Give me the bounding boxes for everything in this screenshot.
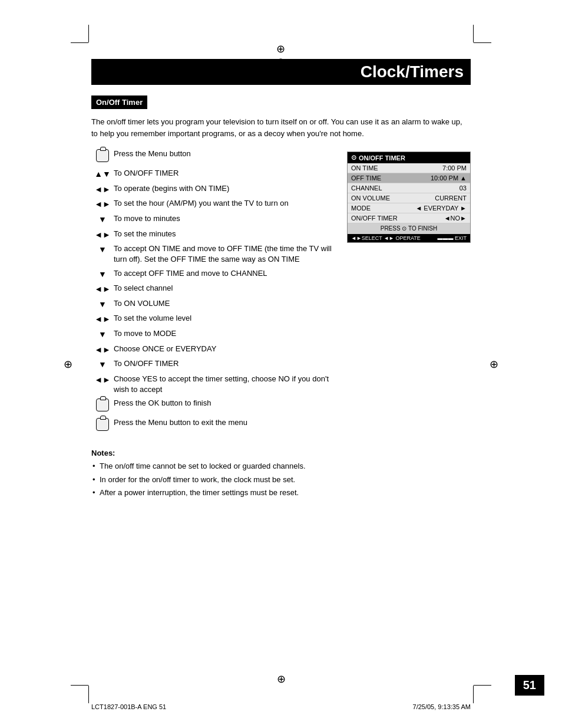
arrow-d-icon-6: ▼ (91, 243, 114, 256)
crop-mark-tl-v (88, 25, 89, 42)
tv-ui-bottom: ◄►SELECT ◄► OPERATE ▬▬▬ EXIT (348, 234, 470, 242)
tv-ui-screenshot: ⊙ ON/OFF TIMER ON TIME 7:00 PM OFF TIME … (347, 151, 471, 243)
instr-text-5: To set the minutes (114, 229, 335, 239)
arrow-lr-icon-12: ◄► (91, 344, 114, 356)
crop-mark-tr-v (473, 25, 474, 42)
instruction-row-7: ▼ To accept OFF TIME and move to CHANNEL (91, 268, 335, 281)
tv-ui-title: ⊙ ON/OFF TIMER (348, 152, 470, 163)
arrow-d-icon-11: ▼ (91, 328, 114, 341)
remote-icon-15 (91, 398, 114, 414)
arrow-lr-icon-5: ◄► (91, 229, 114, 241)
instruction-row-13: ▼ To ON/OFF TIMER (91, 358, 335, 371)
arrow-lr-icon-14: ◄► (91, 374, 114, 386)
arrow-d-icon-13: ▼ (91, 358, 114, 371)
tv-ui-row-1: OFF TIME 10:00 PM ▲ (348, 173, 470, 183)
notes-item-0: The on/off time cannot be set to locked … (91, 461, 471, 472)
remote-icon-16 (91, 417, 114, 434)
footer-left: LCT1827-001B-A ENG 51 (91, 703, 166, 710)
bottom-crosshair: ⊕ (277, 673, 286, 686)
notes-item-2: After a power interruption, the timer se… (91, 487, 471, 498)
tv-ui-press: PRESS ⊙ TO FINISH (348, 223, 470, 234)
instr-text-6: To accept ON TIME and move to OFF TIME (… (114, 243, 335, 265)
crop-mark-tl-h (71, 42, 88, 43)
instr-text-16: Press the Menu button to exit the menu (114, 417, 335, 428)
page-title: Clock/Timers (91, 59, 471, 85)
notes-section: Notes: The on/off time cannot be set to … (91, 449, 471, 498)
arrow-lr-icon-2: ◄► (91, 183, 114, 196)
instr-text-0: Press the Menu button (114, 149, 335, 159)
instruction-row-8: ◄► To select channel (91, 283, 335, 295)
instruction-row-11: ▼ To move to MODE (91, 328, 335, 341)
notes-title: Notes: (91, 449, 471, 457)
crop-mark-br-h (474, 685, 491, 686)
instruction-row-14: ◄► Choose YES to accept the timer settin… (91, 374, 335, 395)
instr-text-13: To ON/OFF TIMER (114, 358, 335, 369)
instruction-row-10: ◄► To set the volume level (91, 313, 335, 325)
section-heading: On/Off Timer (91, 95, 147, 109)
instruction-row-5: ◄► To set the minutes (91, 229, 335, 241)
intro-paragraph: The on/off timer lets you program your t… (91, 116, 471, 139)
arrow-lr-icon-10: ◄► (91, 313, 114, 325)
instr-text-15: Press the OK button to finish (114, 398, 335, 409)
arrow-lr-icon-8: ◄► (91, 283, 114, 295)
instruction-row-9: ▼ To ON VOLUME (91, 298, 335, 311)
instr-text-8: To select channel (114, 283, 335, 294)
page-number: 51 (515, 675, 544, 696)
tv-ui-row-2: CHANNEL 03 (348, 183, 470, 193)
instr-text-11: To move to MODE (114, 328, 335, 339)
top-crosshair: ⊕ (276, 42, 286, 52)
instr-text-14: Choose YES to accept the timer setting, … (114, 374, 335, 395)
instruction-row-6: ▼ To accept ON TIME and move to OFF TIME… (91, 243, 335, 265)
arrow-lr-icon-3: ◄► (91, 198, 114, 210)
page-content: Clock/Timers On/Off Timer The on/off tim… (91, 59, 471, 669)
notes-item-1: In order for the on/off timer to work, t… (91, 475, 471, 485)
instruction-row-0: Press the Menu button (91, 149, 335, 165)
arrow-d-icon-9: ▼ (91, 298, 114, 311)
arrow-d-icon-7: ▼ (91, 268, 114, 281)
tv-ui-title-icon: ⊙ (351, 154, 356, 162)
crop-mark-bl-h (71, 685, 88, 686)
instructions-list: Press the Menu button ▲▼ To ON/OFF TIMER… (91, 149, 335, 437)
left-crosshair: ⊕ (64, 358, 72, 371)
instruction-row-15: Press the OK button to finish (91, 398, 335, 414)
instruction-row-2: ◄► To operate (begins with ON TIME) (91, 183, 335, 196)
instr-text-1: To ON/OFF TIMER (114, 168, 335, 179)
tv-ui-bottom-left: ◄►SELECT ◄► OPERATE (351, 235, 421, 241)
tv-ui-title-text: ON/OFF TIMER (359, 154, 405, 162)
instruction-row-12: ◄► Choose ONCE or EVERYDAY (91, 344, 335, 356)
right-crosshair: ⊕ (490, 358, 498, 371)
tv-ui-row-5: ON/OFF TIMER ◄NO► (348, 213, 470, 223)
instr-text-3: To set the hour (AM/PM) you want the TV … (114, 198, 335, 209)
instr-text-4: To move to minutes (114, 213, 335, 224)
instr-text-10: To set the volume level (114, 313, 335, 324)
tv-ui-row-0: ON TIME 7:00 PM (348, 163, 470, 173)
crop-mark-bl-v (88, 686, 89, 703)
tv-ui-row-4: MODE ◄ EVERYDAY ► (348, 203, 470, 213)
instruction-row-1: ▲▼ To ON/OFF TIMER (91, 168, 335, 180)
instr-text-12: Choose ONCE or EVERYDAY (114, 344, 335, 354)
instr-text-2: To operate (begins with ON TIME) (114, 183, 335, 194)
arrow-d-icon-4: ▼ (91, 213, 114, 226)
arrow-ud-icon-1: ▲▼ (91, 168, 114, 180)
instruction-row-16: Press the Menu button to exit the menu (91, 417, 335, 434)
instr-text-9: To ON VOLUME (114, 298, 335, 309)
footer: LCT1827-001B-A ENG 51 7/25/05, 9:13:35 A… (91, 703, 471, 710)
instruction-row-3: ◄► To set the hour (AM/PM) you want the … (91, 198, 335, 210)
crop-mark-tr-h (474, 42, 491, 43)
notes-list: The on/off time cannot be set to locked … (91, 461, 471, 498)
tv-ui-row-3: ON VOLUME CURRENT (348, 193, 470, 203)
crop-mark-br-v (473, 686, 474, 703)
footer-right: 7/25/05, 9:13:35 AM (413, 703, 471, 710)
tv-ui-bottom-right: ▬▬▬ EXIT (437, 235, 467, 241)
instructions-area: Press the Menu button ▲▼ To ON/OFF TIMER… (91, 149, 471, 437)
instruction-row-4: ▼ To move to minutes (91, 213, 335, 226)
instr-text-7: To accept OFF TIME and move to CHANNEL (114, 268, 335, 279)
remote-icon-0 (91, 149, 114, 165)
